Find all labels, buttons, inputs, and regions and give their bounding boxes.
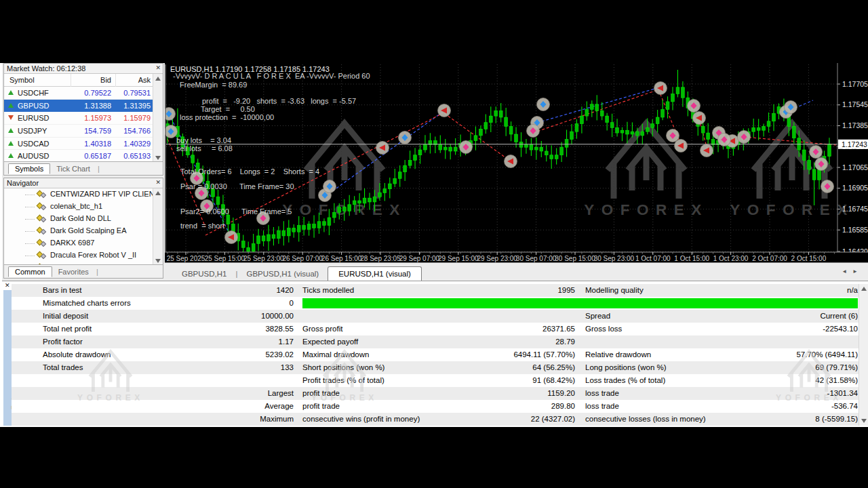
time-tick-label: 25 Sep 15:00: [205, 255, 245, 262]
scroll-up-icon[interactable]: [155, 77, 161, 81]
scroll-down-icon[interactable]: [155, 259, 161, 263]
time-tick-label: 25 Sep 2025: [167, 255, 205, 262]
report-row: Profit factor1.17Expected payoff28.79: [12, 336, 859, 348]
candle-body: [671, 94, 675, 102]
report-label: consecutive wins (profit in money): [302, 415, 420, 423]
navigator-item[interactable]: DARKX 6987: [4, 237, 153, 249]
market-watch-row[interactable]: GBPUSD1.313881.31395: [4, 100, 154, 113]
ask-price: 154.766: [85, 127, 151, 135]
tab-gbpusd-h1-visual[interactable]: GBPUSD,H1 (visual): [237, 267, 328, 281]
expert-advisor-icon: [37, 227, 47, 235]
navigator-scrollbar[interactable]: [153, 188, 163, 266]
ea-icon-bottom: [41, 253, 46, 259]
candle-body: [342, 207, 346, 211]
report-value: 1995: [418, 286, 575, 294]
time-tick-label: 30 Sep 15:00: [555, 255, 595, 262]
tester-side-strip: Tester: [3, 290, 12, 426]
market-watch-scrollbar[interactable]: [153, 74, 163, 163]
scroll-left-icon[interactable]: ◄: [842, 268, 852, 274]
close-icon[interactable]: ✕: [155, 179, 161, 186]
candle-body: [191, 155, 195, 163]
navigator-item[interactable]: Dark Gold No DLL: [4, 213, 153, 225]
tab-common[interactable]: Common: [8, 266, 52, 277]
candle-body: [358, 201, 361, 203]
navigator-panel: Navigator ✕ CENTWIZARD HFT VIP CLIENT_co…: [3, 178, 163, 279]
ask-price: 0.65193: [85, 152, 151, 160]
report-value: 26371.65: [418, 325, 575, 333]
scroll-up-icon[interactable]: [155, 191, 161, 195]
candle-body: [767, 121, 770, 127]
price-chart: YOFOREXYOFOREXYOFOREX1.177051.175451.173…: [165, 63, 868, 262]
scroll-right-icon[interactable]: ►: [852, 268, 863, 274]
report-label: profit trade: [302, 389, 340, 397]
trade-marker: [688, 100, 701, 113]
market-watch-row[interactable]: USDCAD1.403181.40329: [4, 138, 154, 150]
candle-body: [328, 218, 331, 226]
navigator-item[interactable]: CENTWIZARD HFT VIP CLIENT_: [4, 188, 153, 201]
report-value: 289.80: [418, 402, 575, 410]
candle-body: [323, 222, 326, 226]
candle-body: [373, 197, 376, 202]
report-label: profit trade: [302, 402, 340, 410]
report-label: Short positions (won %): [302, 363, 384, 371]
close-icon[interactable]: ✕: [155, 64, 161, 71]
navigator-item[interactable]: Dark Gold Scalping EA: [4, 225, 153, 237]
tree-connector: [25, 195, 35, 195]
report-value: 6494.11 (57.70%): [418, 350, 575, 359]
report-value: 42 (31.58%): [690, 376, 858, 384]
market-watch-title-text: Market Watch: 06:12:38: [7, 64, 85, 73]
market-watch-title: Market Watch: 06:12:38 ✕: [4, 64, 163, 74]
navigator-item-label: CENTWIZARD HFT VIP CLIENT_: [50, 190, 153, 198]
report-value: 1420: [43, 286, 294, 294]
candle-body: [499, 110, 502, 117]
navigator-item-label: Dracula Forex Robot V _II: [50, 251, 136, 259]
expert-advisor-icon: [37, 251, 47, 260]
candle-body: [606, 116, 609, 123]
close-icon[interactable]: ✕: [5, 282, 10, 289]
scroll-up-icon[interactable]: [861, 287, 867, 291]
ea-icon-bottom: [41, 241, 46, 247]
ea-comment-line: sell lots = 6.08: [176, 144, 233, 152]
report-label: Gross loss: [585, 325, 622, 333]
candle-body: [474, 136, 477, 141]
column-symbol[interactable]: Symbol: [9, 76, 35, 84]
candle-body: [414, 155, 417, 161]
candle-body: [575, 124, 578, 132]
scroll-down-icon[interactable]: [861, 419, 867, 423]
trade-marker: [693, 112, 706, 125]
candle-body: [443, 147, 447, 150]
report-value: -22543.10: [690, 325, 858, 333]
trade-marker: [667, 129, 679, 142]
market-watch-row[interactable]: USDJPY154.759154.766: [4, 125, 154, 138]
navigator-item[interactable]: Dracula Forex Robot V _II: [4, 249, 153, 262]
report-value: Current (6): [690, 312, 858, 320]
ea-comment-line: Target = 0.50: [201, 105, 255, 113]
report-row: Maximumconsecutive wins (profit in money…: [12, 413, 859, 426]
candle-body: [707, 133, 710, 140]
tab-tick-chart[interactable]: Tick Chart: [50, 164, 96, 174]
tab-gbpusd-h1[interactable]: GBPUSD,H1: [173, 267, 235, 281]
candle-body: [398, 172, 401, 179]
time-tick-label: 29 Sep 23:00: [477, 255, 517, 262]
report-scrollbar[interactable]: [859, 284, 868, 426]
tab-favorites[interactable]: Favorites: [52, 267, 95, 277]
scroll-down-icon[interactable]: [155, 156, 161, 160]
navigator-item[interactable]: colenak_btc_h1: [4, 201, 153, 213]
market-watch-row[interactable]: USDCHF0.795220.79531: [4, 87, 154, 100]
column-ask[interactable]: Ask: [85, 76, 151, 84]
candle-body: [580, 116, 584, 124]
trade-marker: [821, 180, 834, 193]
ea-comment-line: loss protection = -10000,00: [180, 113, 274, 121]
candle-body: [287, 228, 290, 236]
price-tick-label: 1.16585: [842, 226, 868, 234]
candle-body: [226, 215, 230, 224]
tab-eurusd-h1-visual[interactable]: EURUSD,H1 (visual): [328, 266, 422, 281]
candle-body: [424, 144, 427, 150]
tab-symbols[interactable]: Symbols: [8, 163, 50, 174]
trade-marker: [815, 158, 828, 171]
report-value: 28.79: [418, 338, 575, 346]
candle-body: [393, 178, 397, 184]
modelling-quality-bar: [302, 298, 858, 308]
market-watch-header: Symbol Bid Ask: [4, 74, 153, 87]
market-watch-row[interactable]: EURUSD1.159731.15979: [4, 112, 154, 125]
